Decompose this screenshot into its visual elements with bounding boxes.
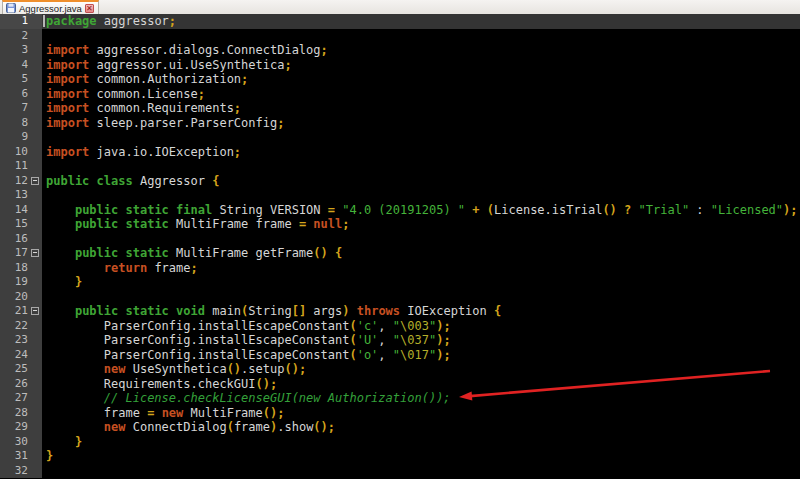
code-text[interactable]: new ConnectDialog(frame).show(); xyxy=(42,420,800,435)
token-t: frame xyxy=(147,261,190,275)
line-number: 28 xyxy=(0,406,30,421)
code-text[interactable]: import common.License; xyxy=(42,87,800,102)
code-line: 28 frame = new MultiFrame(); xyxy=(0,406,800,421)
code-text[interactable]: new UseSynthetica().setup(); xyxy=(42,362,800,377)
fold-strip xyxy=(30,261,42,276)
code-text[interactable]: } xyxy=(42,435,800,450)
fold-strip xyxy=(30,348,42,363)
code-area[interactable]: 1package aggressor;23import aggressor.di… xyxy=(0,14,800,479)
token-e: \003 xyxy=(400,319,429,333)
line-number: 22 xyxy=(0,319,30,334)
token-p: } xyxy=(75,435,82,449)
line-number: 5 xyxy=(0,72,30,87)
fold-strip xyxy=(30,203,42,218)
token-t: main xyxy=(205,304,241,318)
code-line: 31} xyxy=(0,449,800,464)
code-line: 13 xyxy=(0,188,800,203)
code-line: 7import common.Requirements; xyxy=(0,101,800,116)
code-text[interactable]: frame = new MultiFrame(); xyxy=(42,406,800,421)
token-k: public static void xyxy=(75,304,205,318)
fold-strip xyxy=(30,333,42,348)
code-line: 25 new UseSynthetica().setup(); xyxy=(0,362,800,377)
code-text[interactable]: ParserConfig.installEscapeConstant('o', … xyxy=(42,348,800,363)
tab-bar: Aggressor.java ✕ xyxy=(0,0,800,15)
editor-window: Aggressor.java ✕ 1package aggressor;23im… xyxy=(0,0,800,479)
token-t: .setup xyxy=(241,362,284,376)
code-text[interactable] xyxy=(42,130,800,145)
code-text[interactable]: // License.checkLicenseGUI(new Authoriza… xyxy=(42,391,800,406)
code-text[interactable]: import common.Authorization; xyxy=(42,72,800,87)
code-text[interactable]: public class Aggressor { xyxy=(42,174,800,189)
code-line: 32 xyxy=(0,464,800,479)
fold-collapse-icon[interactable] xyxy=(31,249,39,257)
line-number: 23 xyxy=(0,333,30,348)
token-t: frame xyxy=(104,406,147,420)
token-s: 'U' xyxy=(357,333,379,347)
code-text[interactable]: ParserConfig.installEscapeConstant('U', … xyxy=(42,333,800,348)
code-text[interactable]: } xyxy=(42,275,800,290)
code-line: 16 xyxy=(0,232,800,247)
line-number: 27 xyxy=(0,391,30,406)
close-icon[interactable]: ✕ xyxy=(85,4,94,13)
code-line: 10import java.io.IOException; xyxy=(0,145,800,160)
token-s: 'o' xyxy=(357,348,379,362)
token-t xyxy=(349,304,356,318)
token-t xyxy=(46,435,75,449)
text-caret xyxy=(43,15,45,27)
line-number: 8 xyxy=(0,116,30,131)
code-text[interactable]: import common.Requirements; xyxy=(42,101,800,116)
code-text[interactable]: return frame; xyxy=(42,261,800,276)
token-i: import xyxy=(46,101,89,115)
code-line: 17 public static MultiFrame getFrame() { xyxy=(0,246,800,261)
token-t: License.isTrial xyxy=(494,203,602,217)
fold-collapse-icon[interactable] xyxy=(31,307,39,315)
token-p: ( xyxy=(349,348,356,362)
fold-strip xyxy=(30,464,42,479)
fold-strip xyxy=(30,232,42,247)
code-text[interactable]: public static MultiFrame frame = null; xyxy=(42,217,800,232)
code-text[interactable]: public static final String VERSION = "4.… xyxy=(42,203,800,218)
code-text[interactable]: import aggressor.dialogs.ConnectDialog; xyxy=(42,43,800,58)
line-number: 25 xyxy=(0,362,30,377)
code-text[interactable]: import sleep.parser.ParserConfig; xyxy=(42,116,800,131)
line-number: 16 xyxy=(0,232,30,247)
code-text[interactable]: } xyxy=(42,449,800,464)
token-t: : xyxy=(689,203,711,217)
line-number: 30 xyxy=(0,435,30,450)
code-text[interactable] xyxy=(42,29,800,44)
code-text[interactable] xyxy=(42,290,800,305)
code-text[interactable]: import java.io.IOException; xyxy=(42,145,800,160)
code-text[interactable]: public static MultiFrame getFrame() { xyxy=(42,246,800,261)
code-text[interactable]: import aggressor.ui.UseSynthetica; xyxy=(42,58,800,73)
code-text[interactable] xyxy=(42,232,800,247)
code-text[interactable] xyxy=(42,188,800,203)
code-text[interactable]: ParserConfig.installEscapeConstant('c', … xyxy=(42,319,800,334)
token-i: import xyxy=(46,72,89,86)
fold-strip xyxy=(30,43,42,58)
code-text[interactable] xyxy=(42,464,800,479)
line-number: 10 xyxy=(0,145,30,160)
fold-collapse-icon[interactable] xyxy=(31,177,39,185)
code-text[interactable] xyxy=(42,159,800,174)
code-text[interactable]: Requirements.checkGUI(); xyxy=(42,377,800,392)
tab-aggressor-java[interactable]: Aggressor.java ✕ xyxy=(2,0,99,14)
token-p: [] xyxy=(292,304,306,318)
line-number: 24 xyxy=(0,348,30,363)
token-t xyxy=(46,377,104,391)
fold-strip xyxy=(30,14,42,29)
line-number: 1 xyxy=(0,14,30,29)
token-t: String xyxy=(248,304,291,318)
fold-strip xyxy=(30,391,42,406)
token-p: () xyxy=(602,203,616,217)
fold-strip xyxy=(30,145,42,160)
line-number: 31 xyxy=(0,449,30,464)
fold-strip xyxy=(30,130,42,145)
token-t xyxy=(46,203,75,217)
fold-strip xyxy=(30,319,42,334)
token-p: (); xyxy=(263,406,285,420)
code-text[interactable]: public static void main(String[] args) t… xyxy=(42,304,800,319)
code-line: 8import sleep.parser.ParserConfig; xyxy=(0,116,800,131)
code-text[interactable]: package aggressor; xyxy=(42,14,800,29)
token-t xyxy=(46,319,104,333)
token-e: \037 xyxy=(400,333,429,347)
